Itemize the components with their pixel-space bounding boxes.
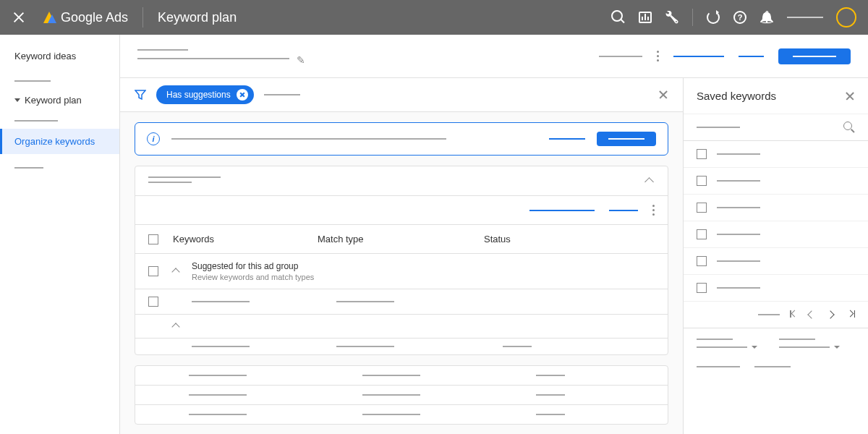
edit-icon[interactable] [297,54,307,64]
item-label [717,260,760,262]
toolbar-link[interactable] [673,56,724,57]
keyword-row[interactable] [135,289,668,315]
page-next-icon[interactable] [827,310,836,319]
row-checkbox[interactable] [148,266,158,276]
match-type-cell [336,301,394,302]
item-checkbox[interactable] [697,149,707,159]
page-prev-icon[interactable] [809,310,817,319]
search-icon[interactable] [843,122,855,133]
filter-chip-has-suggestions[interactable]: Has suggestions [156,85,254,104]
remove-chip-icon[interactable] [237,89,248,101]
page-title: Keyword plan [158,10,237,25]
keyword-cell [192,346,250,347]
toolbar-text [599,56,642,57]
item-label [717,234,760,235]
card-actions [135,196,668,225]
page-last-icon[interactable] [846,310,855,319]
column-keywords[interactable]: Keywords [173,234,318,244]
sidebar-sub-item[interactable] [14,80,51,82]
close-panel-icon[interactable] [845,91,855,101]
sidebar-label: Keyword plan [25,95,82,106]
help-icon[interactable]: ? [733,11,746,24]
toolbar-link[interactable] [739,56,764,57]
group-row[interactable] [135,315,668,339]
content-area: Has suggestions i [120,78,683,434]
add-filter[interactable] [264,94,300,95]
row-checkbox[interactable] [148,297,158,307]
card-header[interactable] [135,166,668,196]
table-row[interactable] [135,386,668,405]
caret-down-icon [14,98,20,102]
item-checkbox[interactable] [697,256,707,266]
cell [189,394,247,396]
column-status[interactable]: Status [484,234,655,244]
plan-name-editor[interactable] [137,49,307,64]
footer-dropdown[interactable] [697,346,757,349]
card-title [148,176,221,178]
item-checkbox[interactable] [697,203,707,213]
info-icon: i [147,132,160,145]
saved-keywords-panel: Saved keywords [683,78,868,434]
card-link[interactable] [609,210,638,211]
table-row[interactable] [135,405,668,424]
filter-bar: Has suggestions [120,78,683,112]
banner-action-button[interactable] [597,132,656,146]
footer-dropdown[interactable] [779,346,840,349]
tools-icon[interactable] [665,10,679,25]
saved-keyword-item[interactable] [684,275,868,302]
table-row[interactable] [135,366,668,386]
sidebar-sub-item[interactable] [14,167,43,169]
item-checkbox[interactable] [697,229,707,239]
select-all-checkbox[interactable] [148,234,158,244]
suggested-group-row[interactable]: Suggested for this ad group Review keywo… [135,254,668,289]
notifications-icon[interactable] [760,10,774,25]
reports-icon[interactable] [639,12,652,23]
filter-icon[interactable] [135,90,146,100]
refresh-icon[interactable] [706,10,720,25]
sidebar-label: Keyword ideas [14,51,76,61]
panel-title: Saved keywords [697,90,776,102]
panel-search[interactable] [684,114,868,141]
main-content: Has suggestions i [120,35,868,434]
cell [536,414,565,415]
page-first-icon[interactable] [790,310,799,319]
product-logo[interactable]: Google Ads [43,10,128,25]
banner-link[interactable] [549,138,585,140]
dropdown-icon [752,346,757,349]
sidebar-item-organize-keywords[interactable]: Organize keywords [0,129,119,154]
sidebar-item-keyword-plan[interactable]: Keyword plan [0,88,119,113]
saved-keyword-item[interactable] [684,141,868,168]
more-menu-icon[interactable] [652,205,655,216]
account-label[interactable] [787,17,823,18]
close-icon[interactable] [12,10,26,25]
divider [692,9,693,26]
cell [362,414,420,415]
keyword-row[interactable] [135,339,668,354]
close-filter-icon[interactable] [658,90,668,100]
collapse-icon[interactable] [173,267,182,276]
item-checkbox[interactable] [697,176,707,186]
collapse-icon[interactable] [646,176,655,185]
sidebar-sub-item[interactable] [14,120,58,122]
item-checkbox[interactable] [697,283,707,293]
saved-keyword-item[interactable] [684,221,868,248]
info-banner: i [135,122,668,156]
saved-keyword-item[interactable] [684,168,868,195]
item-label [717,207,760,208]
search-icon[interactable] [611,10,626,25]
ad-group-card: Keywords Match type Status Suggested for… [135,166,668,355]
saved-keyword-item[interactable] [684,248,868,275]
toolbar [120,35,868,78]
sidebar-item-keyword-ideas[interactable]: Keyword ideas [0,43,119,69]
saved-keyword-item[interactable] [684,195,868,221]
card-link[interactable] [529,210,595,211]
primary-action-button[interactable] [778,48,851,64]
panel-footer-controls [684,328,868,359]
suggested-title: Suggested for this ad group [192,261,314,271]
column-match-type[interactable]: Match type [318,234,484,244]
avatar[interactable] [836,7,856,27]
suggested-subtitle: Review keywords and match types [192,273,314,281]
keyword-cell [192,301,250,302]
more-menu-icon[interactable] [657,51,659,61]
collapse-icon[interactable] [173,322,182,331]
